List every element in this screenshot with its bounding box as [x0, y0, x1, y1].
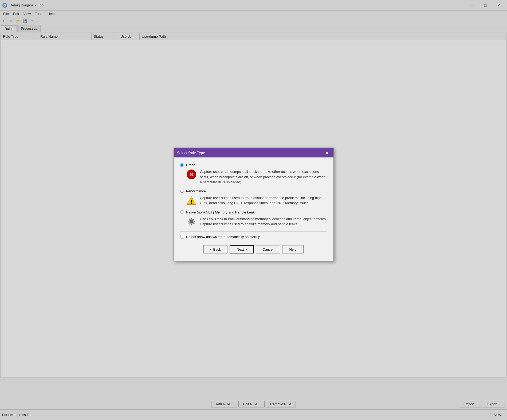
svg-text:!: !: [191, 199, 192, 204]
startup-checkbox-row: Do not show this wizard automatically on…: [180, 235, 327, 239]
back-button[interactable]: < Back: [203, 245, 227, 253]
chip-icon: [187, 217, 196, 226]
crash-radio[interactable]: [180, 163, 184, 167]
startup-checkbox-label[interactable]: Do not show this wizard automatically on…: [186, 235, 261, 239]
svg-rect-7: [190, 220, 193, 223]
crash-error-icon: ✕: [187, 170, 196, 179]
chip-icon-container: [186, 216, 197, 227]
crash-label[interactable]: Crash: [180, 163, 327, 167]
dialog-close-button[interactable]: ✕: [324, 150, 330, 156]
dialog-title: Select Rule Type: [177, 151, 205, 155]
performance-description: ! Capture user dumps used to troubleshoo…: [186, 195, 327, 206]
native-memory-description: Use LeakTrack to track outstanding memor…: [186, 216, 327, 227]
performance-radio[interactable]: [180, 189, 184, 193]
native-memory-radio[interactable]: [180, 210, 184, 214]
dialog-titlebar: Select Rule Type ✕: [174, 148, 333, 158]
native-memory-desc-text: Use LeakTrack to track outstanding memor…: [200, 216, 327, 227]
warning-icon-container: !: [186, 195, 197, 206]
next-button[interactable]: Next >: [230, 245, 254, 253]
performance-label[interactable]: Performance: [180, 189, 327, 193]
option-crash: Crash ✕ Capture user crash dumps, call s…: [180, 163, 327, 185]
dialog-buttons: < Back Next > Cancel Help: [180, 243, 327, 255]
native-memory-label[interactable]: Native (non-.NET) Memory and Handle Leak: [180, 210, 327, 214]
native-memory-label-text: Native (non-.NET) Memory and Handle Leak: [186, 210, 255, 214]
dialog-divider: [180, 231, 327, 231]
performance-label-text: Performance: [186, 189, 206, 193]
crash-label-text: Crash: [186, 163, 195, 167]
option-native-memory: Native (non-.NET) Memory and Handle Leak: [180, 210, 327, 227]
performance-desc-text: Capture user dumps used to troubleshoot …: [200, 195, 327, 205]
warning-triangle-icon: !: [187, 196, 196, 205]
help-button[interactable]: Help: [282, 245, 304, 253]
select-rule-dialog: Select Rule Type ✕ Crash ✕ Capture user …: [174, 148, 334, 261]
startup-checkbox[interactable]: [180, 235, 184, 239]
option-performance: Performance ! Capture user dumps used to…: [180, 189, 327, 206]
crash-desc-text: Capture user crash dumps, call stacks, o…: [200, 169, 327, 185]
cancel-button[interactable]: Cancel: [256, 245, 280, 253]
crash-icon: ✕: [186, 169, 197, 180]
crash-description: ✕ Capture user crash dumps, call stacks,…: [186, 169, 327, 185]
dialog-body: Crash ✕ Capture user crash dumps, call s…: [174, 158, 333, 261]
